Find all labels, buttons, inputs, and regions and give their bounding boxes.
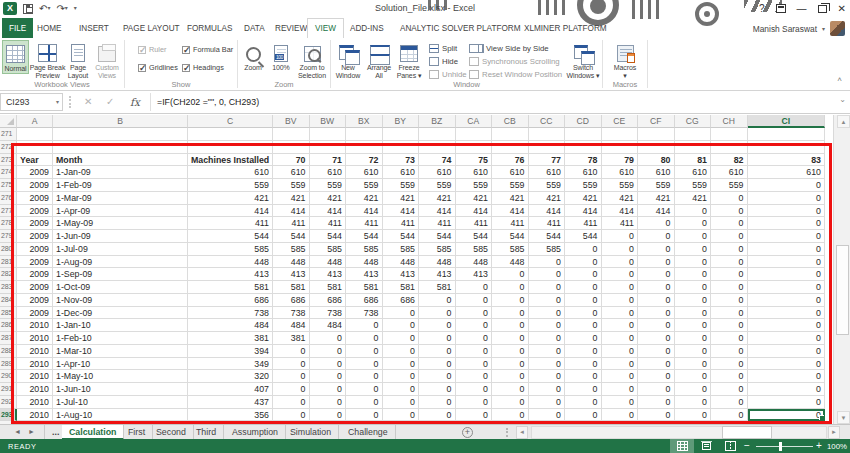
cell[interactable]: 0 [492, 294, 529, 307]
cell[interactable]: 0 [346, 319, 383, 332]
cell[interactable]: 0 [748, 268, 826, 281]
help-button[interactable]: ? [759, 3, 765, 14]
cell[interactable]: 0 [638, 345, 675, 358]
cell[interactable]: 0 [456, 345, 493, 358]
cell[interactable]: 2010 [17, 319, 53, 332]
cell[interactable]: 448 [310, 256, 347, 269]
row-header-292[interactable]: 292 [0, 396, 17, 409]
cell[interactable]: 0 [529, 268, 566, 281]
cell[interactable]: 0 [529, 332, 566, 345]
cell[interactable]: 0 [675, 268, 712, 281]
cell[interactable]: 2009 [17, 243, 53, 256]
cell[interactable]: 414 [383, 205, 420, 218]
cell[interactable]: 585 [310, 243, 347, 256]
cell[interactable]: 0 [529, 319, 566, 332]
cell[interactable]: 0 [529, 307, 566, 320]
cell[interactable]: 559 [529, 179, 566, 192]
cell[interactable]: 421 [456, 192, 493, 205]
cell[interactable]: 414 [565, 205, 602, 218]
cell[interactable]: 0 [419, 345, 456, 358]
cell[interactable] [53, 128, 188, 141]
cell[interactable]: 559 [675, 179, 712, 192]
cell[interactable] [188, 141, 273, 154]
row-header-281[interactable]: 281 [0, 256, 17, 269]
cell[interactable]: 0 [456, 396, 493, 409]
zoom-slider[interactable] [756, 446, 813, 447]
cell[interactable]: 414 [492, 205, 529, 218]
cell[interactable]: 356 [188, 409, 273, 422]
reset-window-position-button[interactable]: Reset Window Position [469, 68, 562, 80]
cell[interactable] [310, 141, 347, 154]
cell[interactable]: 448 [419, 256, 456, 269]
cell[interactable]: 1-Jan-09 [53, 166, 188, 179]
cell[interactable]: 2009 [17, 192, 53, 205]
cell[interactable]: 0 [273, 345, 310, 358]
cell[interactable]: 0 [565, 332, 602, 345]
arrange-all-button[interactable]: Arrange All [364, 40, 394, 80]
cell[interactable]: 0 [711, 383, 748, 396]
page-break-preview-status-icon[interactable] [718, 439, 742, 453]
cell[interactable]: 0 [310, 396, 347, 409]
cell[interactable]: Machines Installed [188, 154, 273, 167]
cell[interactable]: 0 [602, 243, 639, 256]
row-header-280[interactable]: 280 [0, 243, 17, 256]
cell[interactable]: 0 [529, 281, 566, 294]
prev-sheet-icon[interactable]: ◄ [14, 428, 21, 435]
cell[interactable]: 0 [273, 383, 310, 396]
cell[interactable]: 0 [675, 319, 712, 332]
cell[interactable] [602, 141, 639, 154]
cell[interactable]: 610 [456, 166, 493, 179]
cell[interactable]: 0 [711, 243, 748, 256]
cell[interactable]: 0 [748, 256, 826, 269]
cell[interactable]: 421 [602, 192, 639, 205]
horizontal-scroll-thumb[interactable] [722, 426, 772, 439]
zoom-to-selection-button[interactable]: Zoom to Selection [296, 40, 328, 80]
cell[interactable]: 559 [492, 179, 529, 192]
cell[interactable]: 0 [748, 281, 826, 294]
cell[interactable]: 0 [711, 358, 748, 371]
cell[interactable]: 381 [188, 332, 273, 345]
cell[interactable]: 0 [419, 319, 456, 332]
cell[interactable]: 581 [346, 281, 383, 294]
cell[interactable]: 0 [565, 256, 602, 269]
cell[interactable] [638, 128, 675, 141]
cell[interactable]: 411 [383, 217, 420, 230]
cell[interactable]: 0 [565, 358, 602, 371]
cell[interactable]: 0 [346, 358, 383, 371]
cell[interactable] [638, 141, 675, 154]
cell[interactable] [188, 128, 273, 141]
cell[interactable]: 0 [675, 256, 712, 269]
cell[interactable]: 1-May-10 [53, 370, 188, 383]
cell[interactable]: 610 [638, 166, 675, 179]
cell[interactable]: 0 [419, 370, 456, 383]
cell[interactable]: 0 [565, 268, 602, 281]
cell[interactable]: 0 [638, 319, 675, 332]
cell[interactable]: 0 [310, 358, 347, 371]
cell[interactable]: 411 [529, 217, 566, 230]
cell[interactable]: 0 [565, 243, 602, 256]
cell[interactable]: 0 [383, 358, 420, 371]
cell[interactable]: 0 [456, 294, 493, 307]
cell[interactable]: 585 [273, 243, 310, 256]
cell[interactable]: 70 [273, 154, 310, 167]
cell[interactable]: 610 [383, 166, 420, 179]
row-header-290[interactable]: 290 [0, 370, 17, 383]
row-header-273[interactable]: 273 [0, 154, 17, 167]
ribbon-tab-formulas[interactable]: FORMULAS [180, 18, 240, 38]
cell[interactable]: 686 [310, 294, 347, 307]
ribbon-tab-file[interactable]: FILE [2, 18, 33, 38]
cell[interactable]: 421 [188, 192, 273, 205]
cell[interactable]: 0 [529, 345, 566, 358]
cell[interactable]: 585 [529, 243, 566, 256]
cell[interactable]: 0 [383, 319, 420, 332]
cell[interactable] [419, 128, 456, 141]
page-layout-view-button[interactable]: Page Layout [65, 40, 91, 80]
cell[interactable]: 0 [383, 370, 420, 383]
cell[interactable]: 0 [638, 256, 675, 269]
column-header-BX[interactable]: BX [346, 115, 383, 128]
cell[interactable]: 71 [310, 154, 347, 167]
cell[interactable]: 585 [419, 243, 456, 256]
cell[interactable]: 484 [273, 319, 310, 332]
cell[interactable] [675, 141, 712, 154]
row-header-285[interactable]: 285 [0, 307, 17, 320]
